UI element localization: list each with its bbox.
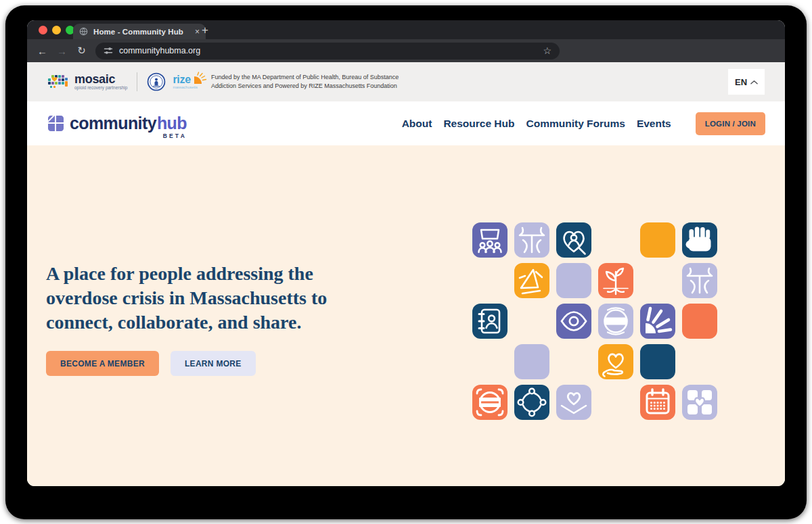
nav-link-events[interactable]: Events (637, 118, 671, 130)
tab-favicon-globe-icon (79, 27, 88, 36)
sun-rays-icon (640, 304, 675, 339)
brand-hub: hub (157, 114, 187, 133)
funding-text-line2: Addiction Services and Powered by RIZE M… (211, 82, 399, 91)
state-seal-logo (147, 72, 166, 91)
tile-sun-rays (640, 304, 675, 339)
back-button[interactable]: ← (32, 45, 52, 57)
raised-fist-icon (682, 222, 717, 258)
tile-heart-puzzle (682, 385, 717, 420)
tile-eye (556, 304, 591, 339)
funding-banner: mosaic opioid recovery partnership rize … (27, 62, 785, 101)
heart-in-hand-icon (598, 344, 633, 379)
calendar-icon (640, 385, 675, 420)
tile-heart-person (556, 222, 591, 258)
tab-close-icon[interactable]: × (195, 27, 200, 37)
tile-seedling (598, 263, 633, 298)
tile-people-presentation (472, 222, 508, 258)
tab-strip: Home - Community Hub × + (27, 20, 785, 39)
seedling-icon (598, 263, 633, 298)
funding-text-line1: Funded by the MA Department of Public He… (211, 73, 399, 82)
nav-links: About Resource Hub Community Forums Even… (402, 118, 671, 130)
tile-solid (682, 304, 717, 339)
tile-heart-envelope (556, 385, 591, 420)
tile-geometric (514, 263, 549, 298)
tile-address-book (472, 304, 508, 339)
browser-tab[interactable]: Home - Community Hub × (73, 24, 206, 39)
network-icon (514, 385, 549, 420)
geometric-lines-icon (514, 263, 549, 298)
language-label: EN (735, 77, 747, 87)
mosaic-map-logo (46, 74, 70, 90)
nav-link-community-forums[interactable]: Community Forums (526, 118, 625, 130)
address-bar[interactable]: communityhubma.org ☆ (95, 43, 560, 59)
tile-abstract-curves (682, 263, 717, 298)
mosaic-wordmark: mosaic (74, 73, 127, 85)
site-navbar: community hub BETA About Resource Hub Co… (27, 101, 785, 145)
brand-community: community (70, 114, 156, 133)
tile-solid (640, 222, 675, 258)
tile-solid (640, 344, 675, 379)
people-presentation-icon (472, 222, 508, 258)
tile-fist (682, 222, 717, 258)
tab-title: Home - Community Hub (93, 28, 189, 36)
heart-envelope-icon (556, 385, 591, 420)
language-selector[interactable]: EN (728, 69, 765, 95)
hero-section: A place for people addressing the overdo… (27, 145, 785, 486)
globe-bars-icon (472, 385, 508, 420)
reload-button[interactable]: ↻ (72, 45, 91, 57)
rize-subtitle: massachusetts (173, 86, 198, 90)
chevron-up-icon (750, 80, 758, 85)
tile-network (514, 385, 549, 420)
new-tab-button[interactable]: + (202, 23, 208, 38)
become-member-button[interactable]: BECOME A MEMBER (46, 351, 159, 376)
banner-divider (137, 72, 137, 91)
learn-more-button[interactable]: LEARN MORE (171, 351, 256, 376)
hero-headline: A place for people addressing the overdo… (46, 262, 378, 335)
tile-solid (556, 263, 591, 298)
forward-button[interactable]: → (52, 45, 72, 57)
brand-beta-badge: BETA (163, 133, 187, 139)
nav-link-about[interactable]: About (402, 118, 432, 130)
close-window-button[interactable] (39, 26, 47, 34)
tile-globe-bars (472, 385, 508, 420)
bookmark-star-icon[interactable]: ☆ (543, 45, 551, 56)
abstract-curves-icon (514, 222, 549, 258)
community-hub-logo[interactable]: community hub BETA (47, 114, 187, 133)
nav-link-resource-hub[interactable]: Resource Hub (443, 118, 514, 130)
community-hub-logo-icon (47, 114, 65, 133)
abstract-curves-icon (682, 263, 717, 298)
url-text: communityhubma.org (119, 46, 200, 55)
browser-toolbar: ← → ↻ communityhubma.org ☆ (27, 39, 785, 62)
traffic-lights (39, 26, 74, 34)
mosaic-tagline: opioid recovery partnership (74, 86, 127, 91)
globe-band-icon (598, 304, 633, 339)
rize-sun-icon (193, 70, 208, 85)
login-join-button[interactable]: LOGIN / JOIN (696, 112, 765, 135)
tile-solid (514, 344, 549, 379)
heart-person-icon (556, 222, 591, 258)
browser-window: Home - Community Hub × + ← → ↻ community… (27, 20, 785, 486)
site-settings-tune-icon[interactable] (104, 46, 113, 55)
tile-calendar (640, 385, 675, 420)
heart-puzzle-icon (682, 385, 717, 420)
tile-abstract-curves (514, 222, 549, 258)
tile-heart-hand (598, 344, 633, 379)
eye-icon (556, 304, 591, 339)
tile-grid (472, 222, 717, 420)
tile-globe-band (598, 304, 633, 339)
minimize-window-button[interactable] (52, 26, 61, 34)
address-book-icon (472, 304, 508, 339)
